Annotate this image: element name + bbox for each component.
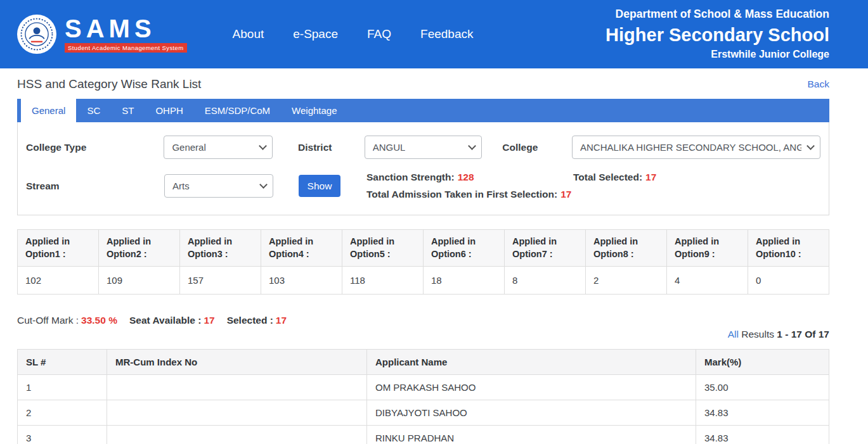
applied-option-8-header: Applied inOption8 : xyxy=(586,230,667,267)
nav-item-espace[interactable]: e-Space xyxy=(293,27,338,41)
stream-select[interactable]: Arts xyxy=(164,174,273,198)
sams-logo-emblem xyxy=(17,15,56,54)
tab-ohph[interactable]: OHPH xyxy=(145,99,193,122)
seat-available-label: Seat Available : xyxy=(129,315,201,326)
applied-option-9-value: 4 xyxy=(667,267,748,295)
applied-option-9-header: Applied inOption9 : xyxy=(667,230,748,267)
applied-option-6-header: Applied inOption6 : xyxy=(424,230,505,267)
show-button[interactable]: Show xyxy=(299,175,340,197)
cell-index-no xyxy=(107,400,367,426)
sanction-strength-label: Sanction Strength: xyxy=(366,172,455,182)
cutoff-mark-label: Cut-Off Mark : xyxy=(17,315,79,326)
applied-option-10-value: 0 xyxy=(748,267,829,295)
district-select[interactable]: ANGUL xyxy=(365,136,483,159)
applied-option-7-value: 8 xyxy=(505,267,586,295)
district-label: District xyxy=(298,142,365,153)
applied-options-table: Applied inOption1 : Applied inOption2 : … xyxy=(17,229,829,295)
total-selected-label: Total Selected: xyxy=(573,172,642,182)
college-type-select[interactable]: General xyxy=(164,136,273,159)
cell-applicant-name: OM PRAKASH SAHOO xyxy=(367,375,696,400)
applied-option-3-value: 157 xyxy=(180,267,261,295)
selected-label: Selected : xyxy=(227,315,273,326)
cell-mark: 34.83 xyxy=(696,426,829,444)
college-select[interactable]: ANCHALIKA HIGHER SECONDARY SCHOOL, ANG xyxy=(572,136,820,159)
applied-option-4-header: Applied inOption4 : xyxy=(261,230,342,267)
col-header-sl: SL # xyxy=(18,350,107,375)
cell-mark: 34.83 xyxy=(696,400,829,426)
seat-available-value: 17 xyxy=(204,315,214,326)
applied-option-2-value: 109 xyxy=(99,267,180,295)
table-row: 1 OM PRAKASH SAHOO 35.00 xyxy=(18,375,829,400)
admission-taken-value: 17 xyxy=(560,189,571,200)
school-type-title: Higher Secondary School xyxy=(606,23,829,48)
all-results-link[interactable]: All xyxy=(728,329,739,339)
filter-panel: College Type General District ANGUL Coll… xyxy=(17,122,829,215)
cell-sl: 3 xyxy=(18,426,107,444)
cutoff-summary: Cut-Off Mark :33.50 % Seat Available :17… xyxy=(17,315,829,326)
page-title: HSS and Category Wise Rank List xyxy=(17,77,201,91)
tab-esm-sdp-com[interactable]: ESM/SDP/CoM xyxy=(194,99,281,122)
applied-option-5-value: 118 xyxy=(342,267,424,295)
cell-applicant-name: RINKU PRADHAN xyxy=(367,426,696,444)
rank-table-header-row: SL # MR-Cum Index No Applicant Name Mark… xyxy=(18,350,829,375)
page-head: HSS and Category Wise Rank List Back xyxy=(17,77,829,91)
chevron-down-icon xyxy=(259,181,268,189)
tab-general[interactable]: General xyxy=(21,99,76,122)
results-summary: All Results 1 - 17 Of 17 xyxy=(17,329,829,340)
applied-option-3-header: Applied inOption3 : xyxy=(180,230,261,267)
applied-option-5-header: Applied inOption5 : xyxy=(342,230,424,267)
cell-applicant-name: DIBYAJYOTI SAHOO xyxy=(367,400,696,426)
col-header-mark: Mark(%) xyxy=(696,350,829,375)
stats-line-1: Sanction Strength:128 Total Selected:17 xyxy=(366,172,656,183)
nav-item-faq[interactable]: FAQ xyxy=(367,27,391,41)
stream-label: Stream xyxy=(26,181,164,192)
sanction-strength: Sanction Strength:128 xyxy=(366,172,573,183)
applied-options-header-row: Applied inOption1 : Applied inOption2 : … xyxy=(18,230,829,267)
sams-logo[interactable]: SAMS Student Academic Management System xyxy=(17,15,187,54)
cutoff-mark: Cut-Off Mark :33.50 % xyxy=(17,315,117,326)
sams-logo-title: SAMS xyxy=(65,16,156,41)
category-tabs: General SC ST OHPH ESM/SDP/CoM Weightage xyxy=(17,99,829,122)
college-label: College xyxy=(502,142,572,153)
chevron-down-icon xyxy=(468,142,476,150)
department-block: Department of School & Mass Education Hi… xyxy=(606,7,829,61)
applied-options-values-row: 102 109 157 103 118 18 8 2 4 0 xyxy=(18,267,829,295)
college-type-value: General xyxy=(172,142,205,153)
college-value: ANCHALIKA HIGHER SECONDARY SCHOOL, ANG xyxy=(580,142,801,153)
tab-st[interactable]: ST xyxy=(111,99,145,122)
total-selected: Total Selected:17 xyxy=(573,172,656,183)
results-range: 1 - 17 Of 17 xyxy=(777,329,829,339)
table-row: 3 RINKU PRADHAN 34.83 xyxy=(18,426,829,444)
selected-value: 17 xyxy=(276,315,287,326)
chevron-down-icon xyxy=(806,142,815,150)
emblem-graphic xyxy=(18,16,55,53)
cutoff-mark-value: 33.50 % xyxy=(81,315,117,326)
col-header-applicant-name: Applicant Name xyxy=(367,350,696,375)
tab-sc[interactable]: SC xyxy=(76,99,111,122)
sanction-strength-value: 128 xyxy=(458,172,474,182)
chevron-down-icon xyxy=(259,142,267,150)
filter-row-2: Stream Arts Show Sanction Strength:128 T… xyxy=(26,172,820,200)
selected-count: Selected :17 xyxy=(227,315,287,326)
total-selected-value: 17 xyxy=(645,172,656,182)
tab-weightage[interactable]: Weightage xyxy=(281,99,347,122)
results-text: Results xyxy=(741,329,774,339)
nav-item-about[interactable]: About xyxy=(233,27,264,41)
applied-option-10-header: Applied inOption10 : xyxy=(748,230,829,267)
stats-line-2: Total Admission Taken in First Selection… xyxy=(366,189,656,200)
back-link[interactable]: Back xyxy=(808,79,829,90)
nav-item-feedback[interactable]: Feedback xyxy=(420,27,473,41)
applied-option-1-value: 102 xyxy=(18,267,99,295)
cell-sl: 2 xyxy=(18,400,107,426)
applied-option-4-value: 103 xyxy=(261,267,342,295)
sams-logo-subtitle: Student Academic Management System xyxy=(65,43,187,53)
filter-row-1: College Type General District ANGUL Coll… xyxy=(26,136,820,159)
applied-option-6-value: 18 xyxy=(424,267,505,295)
main-nav: About e-Space FAQ Feedback xyxy=(233,27,474,41)
table-row: 2 DIBYAJYOTI SAHOO 34.83 xyxy=(18,400,829,426)
stream-value: Arts xyxy=(172,181,190,191)
school-type-subtitle: Erstwhile Junior College xyxy=(606,48,829,61)
col-header-index-no: MR-Cum Index No xyxy=(107,350,367,375)
admission-taken-label: Total Admission Taken in First Selection… xyxy=(366,189,557,200)
applied-option-2-header: Applied inOption2 : xyxy=(99,230,180,267)
